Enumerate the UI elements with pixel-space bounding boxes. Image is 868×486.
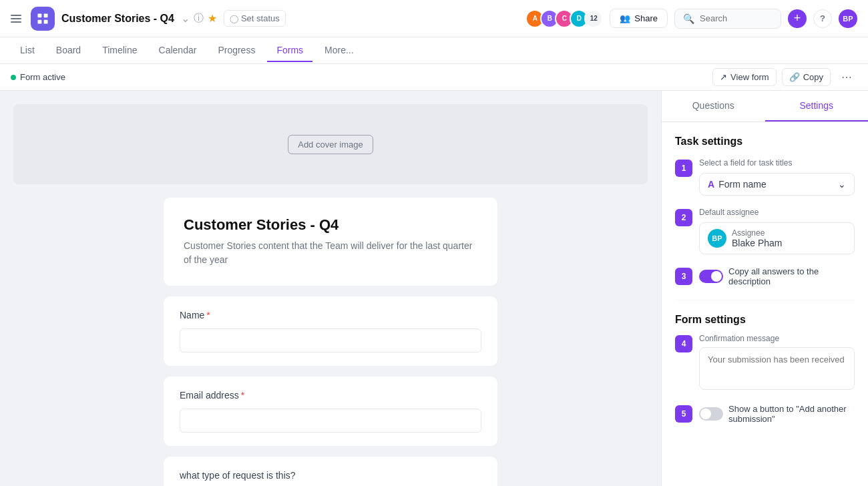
- tab-board[interactable]: Board: [47, 39, 90, 62]
- user-avatar[interactable]: BP: [839, 9, 857, 28]
- share-label: Share: [634, 13, 658, 23]
- tab-forms[interactable]: Forms: [267, 39, 312, 62]
- chevron-down-icon[interactable]: ⌄: [181, 12, 190, 25]
- avatars: A B C D 12: [525, 9, 603, 28]
- select-field-desc: Select a field for task titles: [699, 158, 855, 168]
- panel-tab-settings[interactable]: Settings: [765, 91, 869, 121]
- assignee-box[interactable]: BP Assignee Blake Pham: [699, 222, 855, 254]
- form-area: Add cover image Customer Stories - Q4 Cu…: [0, 91, 661, 486]
- star-icon[interactable]: ★: [208, 12, 217, 25]
- form-title-card: Customer Stories - Q4 Customer Stories c…: [164, 198, 497, 286]
- tab-progress[interactable]: Progress: [208, 39, 264, 62]
- search-box[interactable]: 🔍: [674, 9, 781, 29]
- panel-tab-questions[interactable]: Questions: [662, 91, 765, 121]
- assignee-role: Assignee: [732, 228, 782, 238]
- tab-timeline[interactable]: Timeline: [93, 39, 146, 62]
- tab-list[interactable]: List: [11, 39, 44, 62]
- step-badge-3: 3: [675, 268, 692, 285]
- share-button[interactable]: 👥 Share: [610, 9, 668, 28]
- confirmation-label: Confirmation message: [699, 334, 855, 343]
- help-button[interactable]: ?: [813, 9, 832, 28]
- avatar-count: 12: [584, 9, 603, 28]
- project-title: Customer Stories - Q4: [61, 13, 174, 25]
- set-status-label: Set status: [241, 13, 280, 23]
- step-badge-5: 5: [675, 405, 692, 423]
- nav-tabs: List Board Timeline Calendar Progress Fo…: [0, 37, 868, 64]
- field-card-email: Email address *: [164, 377, 497, 446]
- copy-answers-label: Copy all answers to the description: [728, 266, 855, 286]
- search-input[interactable]: [700, 13, 773, 23]
- confirmation-textarea[interactable]: [699, 347, 855, 390]
- assignee-name: Blake Pham: [732, 238, 782, 248]
- form-active-indicator: Form active: [11, 72, 65, 82]
- step-content-4: Confirmation message: [699, 334, 855, 392]
- view-form-label: View form: [730, 72, 769, 82]
- step-row-5: 5 Show a button to "Add another submissi…: [675, 404, 855, 424]
- name-input[interactable]: [180, 328, 481, 352]
- field-title-dropdown[interactable]: A Form name ⌄: [699, 173, 855, 196]
- search-icon: 🔍: [683, 13, 694, 24]
- set-status-button[interactable]: ◯ Set status: [224, 10, 286, 27]
- email-input[interactable]: [180, 409, 481, 433]
- topbar-left: Customer Stories - Q4 ⌄ ⓘ ★ ◯ Set status: [11, 7, 517, 31]
- share-icon: 👥: [620, 13, 630, 23]
- form-settings-title: Form settings: [675, 314, 855, 326]
- main-layout: Add cover image Customer Stories - Q4 Cu…: [0, 91, 868, 486]
- step-row-4: 4 Confirmation message: [675, 334, 855, 392]
- required-indicator: *: [241, 390, 244, 401]
- step-row-2: 2 Default assignee BP Assignee Blake Pha…: [675, 208, 855, 254]
- form-title: Customer Stories - Q4: [184, 216, 477, 234]
- right-panel: Questions Settings Task settings 1 Selec…: [661, 91, 868, 486]
- form-description: Customer Stories content that the Team w…: [184, 239, 477, 267]
- more-options-button[interactable]: ⋯: [836, 67, 857, 87]
- section-divider: [675, 300, 855, 300]
- task-settings-title: Task settings: [675, 136, 855, 148]
- step-row-3: 3 Copy all answers to the description: [675, 266, 855, 286]
- field-label-email: Email address *: [180, 390, 481, 401]
- info-icon[interactable]: ⓘ: [194, 12, 204, 25]
- form-active-label: Form active: [20, 72, 65, 82]
- tab-calendar[interactable]: Calendar: [150, 39, 206, 62]
- step-row-1: 1 Select a field for task titles A Form …: [675, 158, 855, 196]
- svg-rect-3: [44, 19, 48, 23]
- svg-rect-1: [44, 13, 48, 17]
- step-content-1: Select a field for task titles A Form na…: [699, 158, 855, 196]
- field-option-label: Form name: [718, 179, 767, 190]
- copy-answers-toggle[interactable]: [699, 270, 723, 283]
- field-card-type: what type of request is this? Content De…: [164, 457, 497, 486]
- add-another-label: Show a button to "Add another submission…: [728, 404, 855, 424]
- menu-icon[interactable]: [11, 12, 24, 25]
- copy-icon: 🔗: [789, 72, 800, 82]
- svg-rect-0: [38, 13, 42, 17]
- step-badge-4: 4: [675, 335, 692, 352]
- step-content-3: Copy all answers to the description: [699, 266, 855, 286]
- view-form-button[interactable]: ↗ View form: [712, 68, 777, 86]
- panel-tabs: Questions Settings: [662, 91, 868, 122]
- svg-rect-2: [38, 19, 42, 23]
- title-icons: ⌄ ⓘ ★: [181, 12, 217, 25]
- topbar: Customer Stories - Q4 ⌄ ⓘ ★ ◯ Set status…: [0, 0, 868, 37]
- panel-content: Task settings 1 Select a field for task …: [662, 122, 868, 449]
- add-another-toggle[interactable]: [699, 407, 723, 421]
- active-dot: [11, 75, 16, 80]
- required-indicator: *: [206, 310, 210, 320]
- step-content-5: Show a button to "Add another submission…: [699, 404, 855, 424]
- status-bar: Form active ↗ View form 🔗 Copy ⋯: [0, 64, 868, 91]
- assignee-info: Assignee Blake Pham: [732, 228, 782, 248]
- copy-label: Copy: [803, 72, 823, 82]
- step-badge-1: 1: [675, 160, 692, 177]
- tab-more[interactable]: More...: [315, 39, 363, 62]
- field-label-type: what type of request is this?: [180, 470, 481, 481]
- field-label-name: Name *: [180, 310, 481, 320]
- toggle-row-add-another: Show a button to "Add another submission…: [699, 404, 855, 424]
- app-icon: [31, 7, 55, 31]
- field-card-name: Name *: [164, 296, 497, 366]
- assignee-desc: Default assignee: [699, 208, 855, 217]
- copy-link-button[interactable]: 🔗 Copy: [782, 68, 831, 86]
- add-button[interactable]: +: [788, 9, 807, 28]
- status-actions: ↗ View form 🔗 Copy ⋯: [712, 67, 857, 87]
- add-cover-button[interactable]: Add cover image: [288, 135, 373, 154]
- assignee-avatar: BP: [708, 229, 726, 248]
- toggle-row-copy: Copy all answers to the description: [699, 266, 855, 286]
- form-cover: Add cover image: [13, 104, 648, 184]
